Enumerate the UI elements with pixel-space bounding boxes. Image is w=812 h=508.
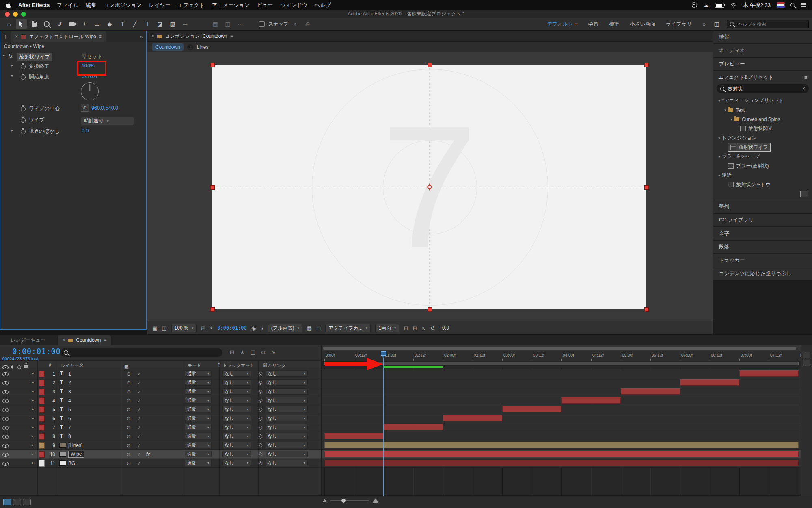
parent-pickwhip-icon[interactable]: ◎ bbox=[258, 406, 262, 412]
menu-item[interactable]: エフェクト bbox=[178, 2, 205, 9]
selection-tool[interactable] bbox=[16, 19, 27, 29]
panel-menu-icon[interactable] bbox=[804, 75, 807, 80]
toggle-switches-icon[interactable] bbox=[3, 499, 11, 505]
pan-behind-tool[interactable]: ＋ bbox=[79, 19, 90, 29]
navigator-bar[interactable] bbox=[323, 347, 796, 350]
track-row[interactable] bbox=[322, 387, 801, 396]
layer-row[interactable]: ▸8T8⊙∕通常なし◎なし bbox=[0, 432, 321, 441]
effects-search[interactable] bbox=[717, 84, 809, 93]
menu-item[interactable]: ヘルプ bbox=[315, 2, 331, 9]
collapse-property-icon[interactable]: ▾ bbox=[11, 74, 13, 78]
expand-layer-icon[interactable]: ▸ bbox=[32, 398, 34, 402]
property-row-wipe[interactable]: ワイプ 時計廻り bbox=[0, 115, 146, 125]
mode-column-header[interactable]: モード bbox=[188, 363, 201, 369]
shy-switch-icon[interactable]: ⊙ bbox=[127, 452, 131, 457]
shy-switch-icon[interactable]: ⊙ bbox=[127, 380, 131, 386]
toggle-mask-icon[interactable]: ⌖ bbox=[210, 325, 213, 331]
layer-visibility-icon[interactable] bbox=[2, 390, 9, 395]
zoom-tool[interactable] bbox=[41, 19, 52, 29]
layer-row[interactable]: ▸3T3⊙∕通常なし◎なし bbox=[0, 387, 321, 396]
timeline-track-area[interactable]: 0:00f00:12f01:00f01:12f02:00f02:12f03:00… bbox=[321, 345, 812, 496]
effects-toggle-icon[interactable]: ★ bbox=[240, 349, 245, 355]
mode-dropdown[interactable]: 通常 bbox=[185, 433, 212, 439]
layer-name[interactable]: Wipe bbox=[68, 451, 84, 458]
close-tab-icon[interactable] bbox=[151, 33, 154, 39]
mask-feather-icon[interactable]: ▦ bbox=[209, 19, 221, 29]
zoom-in-icon[interactable] bbox=[372, 498, 379, 503]
parent-dropdown[interactable]: なし bbox=[266, 433, 308, 439]
wipe-direction-dropdown[interactable]: 時計廻り bbox=[81, 117, 134, 125]
layer-duration-bar[interactable] bbox=[384, 424, 443, 430]
stopwatch-icon[interactable] bbox=[21, 64, 26, 69]
quality-switch-icon[interactable]: ∕ bbox=[139, 425, 140, 430]
quality-switch-icon[interactable]: ∕ bbox=[139, 460, 140, 466]
expand-layer-icon[interactable]: ▸ bbox=[32, 371, 34, 376]
collapsed-panel[interactable]: オーディオ bbox=[713, 44, 812, 57]
quality-switch-icon[interactable]: ∕ bbox=[139, 380, 140, 386]
quality-switch-icon[interactable]: ∕ bbox=[139, 443, 140, 448]
fast-previews-icon[interactable]: ⊞ bbox=[412, 325, 417, 331]
close-window-button[interactable] bbox=[5, 12, 10, 17]
stopwatch-icon[interactable] bbox=[21, 75, 26, 80]
shy-switch-icon[interactable]: ⊙ bbox=[127, 398, 131, 404]
tab-effect-controls[interactable]: エフェクトコントロール Wipe bbox=[11, 31, 106, 42]
work-area-bar[interactable] bbox=[324, 362, 799, 365]
collapse-icon[interactable]: ▾ bbox=[729, 117, 734, 122]
app-menu[interactable]: After Effects bbox=[18, 2, 50, 8]
layer-duration-bar[interactable] bbox=[680, 379, 739, 386]
preset-item[interactable]: 放射状閃光 bbox=[713, 124, 812, 133]
preset-item[interactable]: ▾Text bbox=[713, 105, 812, 115]
layer-visibility-icon[interactable] bbox=[2, 381, 9, 386]
collapsed-panel[interactable]: CC ライブラリ bbox=[713, 214, 812, 226]
reset-exposure-icon[interactable]: ↺ bbox=[430, 325, 435, 331]
layer-duration-bar[interactable] bbox=[324, 433, 384, 439]
shape-options-icon[interactable]: ◫ bbox=[222, 19, 233, 29]
property-row-completion[interactable]: ▸ 変換終了 100% bbox=[0, 61, 146, 71]
comp-button-icon[interactable] bbox=[803, 360, 810, 366]
quality-switch-icon[interactable]: ∕ bbox=[139, 434, 140, 439]
collapsed-panel[interactable]: トラッカー bbox=[713, 254, 812, 267]
collapse-icon[interactable]: ▾ bbox=[717, 136, 722, 140]
control-center-icon[interactable] bbox=[801, 3, 806, 7]
selection-handle[interactable] bbox=[644, 185, 649, 190]
quality-switch-icon[interactable]: ∕ bbox=[139, 416, 140, 421]
layer-row[interactable]: ▸5T5⊙∕通常なし◎なし bbox=[0, 405, 321, 414]
menu-clock[interactable]: 木 午後2:33 bbox=[743, 2, 771, 9]
clone-stamp-tool[interactable]: ⊤ bbox=[142, 19, 153, 29]
motion-blur-icon[interactable]: ⊙ bbox=[261, 349, 266, 355]
workspace-item[interactable]: 小さい画面 bbox=[630, 21, 655, 28]
layer-color-swatch[interactable] bbox=[39, 424, 45, 431]
menu-item[interactable]: アニメーション bbox=[212, 2, 250, 9]
layer-color-swatch[interactable] bbox=[39, 415, 45, 422]
preset-item[interactable]: ▾ブラー&シャープ bbox=[713, 152, 812, 161]
property-value[interactable]: 960.0,540.0 bbox=[91, 105, 118, 111]
wifi-icon[interactable] bbox=[730, 3, 737, 8]
layer-color-swatch[interactable] bbox=[39, 389, 45, 395]
workspace-item[interactable]: 標準 bbox=[609, 21, 619, 28]
mode-dropdown[interactable]: 通常 bbox=[185, 424, 212, 430]
stopwatch-icon[interactable] bbox=[21, 106, 26, 111]
preset-item[interactable]: ▾*アニメーションプリセット bbox=[713, 96, 812, 105]
composition-viewer[interactable]: 7 bbox=[147, 52, 713, 321]
selection-handle[interactable] bbox=[210, 185, 215, 190]
layer-name[interactable]: BG bbox=[68, 460, 75, 466]
preset-item[interactable]: ▾トランジション bbox=[713, 133, 812, 143]
layer-row[interactable]: ▸2T2⊙∕通常なし◎なし bbox=[0, 378, 321, 387]
exposure-value[interactable]: +0.0 bbox=[439, 325, 449, 331]
track-row[interactable] bbox=[322, 405, 801, 414]
stopwatch-icon[interactable] bbox=[21, 118, 26, 123]
magnification-dropdown[interactable]: 100 % bbox=[171, 324, 197, 332]
workspace-item[interactable]: 学習 bbox=[588, 21, 598, 28]
layer-duration-bar[interactable] bbox=[443, 415, 502, 421]
layer-color-swatch[interactable] bbox=[39, 406, 45, 413]
layer-duration-bar[interactable] bbox=[739, 370, 799, 377]
expand-layer-icon[interactable]: ▸ bbox=[32, 407, 34, 411]
layer-row[interactable]: ▸11BG⊙∕通常なし◎なし bbox=[0, 459, 321, 468]
layer-visibility-icon[interactable] bbox=[2, 434, 9, 440]
set-center-crosshair-icon[interactable] bbox=[81, 104, 89, 112]
panel-menu-icon[interactable] bbox=[99, 34, 102, 39]
trackmatte-dropdown[interactable]: なし bbox=[222, 424, 251, 430]
reset-effect-link[interactable]: リセット bbox=[82, 53, 102, 60]
angle-dial[interactable] bbox=[81, 82, 99, 100]
layer-name[interactable]: 6 bbox=[68, 416, 71, 421]
